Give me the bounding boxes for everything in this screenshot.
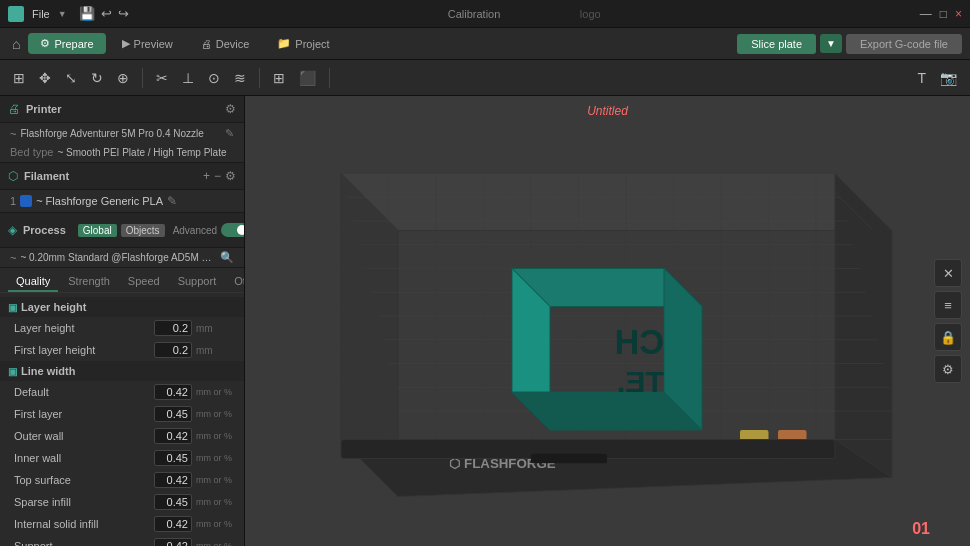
tab-support[interactable]: Support xyxy=(170,272,225,292)
setting-outer-wall-lw: Outer wall mm or % xyxy=(0,425,244,447)
group-line-width-icon: ▣ xyxy=(8,366,17,377)
text-tool[interactable]: T xyxy=(912,67,931,89)
svg-rect-56 xyxy=(531,454,607,464)
tab-prepare[interactable]: ⚙ Prepare xyxy=(28,33,105,54)
setting-first-layer-lw: First layer mm or % xyxy=(0,403,244,425)
scale-tool[interactable]: ⤡ xyxy=(60,67,82,89)
setting-internal-solid-lw: Internal solid infill mm or % xyxy=(0,513,244,535)
svg-text:CH: CH xyxy=(615,323,664,361)
objects-tag[interactable]: Objects xyxy=(121,224,165,237)
process-tag-controls: Global Objects Advanced ⊞ ≡ xyxy=(70,219,245,241)
filament-settings-icon[interactable]: ⚙ xyxy=(225,169,236,183)
nav-bar: ⌂ ⚙ Prepare ▶ Preview 🖨 Device 📁 Project… xyxy=(0,28,970,60)
place-tool[interactable]: ⊕ xyxy=(112,67,134,89)
menu-file[interactable]: File xyxy=(32,8,50,20)
minimize-btn[interactable]: — xyxy=(920,7,932,21)
tab-project[interactable]: 📁 Project xyxy=(265,33,341,54)
select-tool[interactable]: ⊞ xyxy=(8,67,30,89)
tab-device[interactable]: 🖨 Device xyxy=(189,34,262,54)
sparse-infill-lw-input[interactable] xyxy=(154,494,192,510)
support-tool[interactable]: ⊥ xyxy=(177,67,199,89)
group-layer-height: ▣ Layer height xyxy=(0,297,244,317)
rotate-tool[interactable]: ↻ xyxy=(86,67,108,89)
tab-quality[interactable]: Quality xyxy=(8,272,58,292)
filament-add-icon[interactable]: + xyxy=(203,169,210,183)
quality-tabs: Quality Strength Speed Support Others No… xyxy=(0,267,244,293)
maximize-btn[interactable]: □ xyxy=(940,7,947,21)
process-profile-row: ~ ~ 0.20mm Standard @Flashforge AD5M Pro… xyxy=(0,248,244,267)
camera-tool[interactable]: 📷 xyxy=(935,67,962,89)
filament-section: ⬡ Filament + − ⚙ 1 ~ Flashforge Generic … xyxy=(0,162,244,212)
filament-remove-icon[interactable]: − xyxy=(214,169,221,183)
left-panel: 🖨 Printer ⚙ ~ Flashforge Adventurer 5M P… xyxy=(0,96,245,546)
filament-edit-icon[interactable]: ✎ xyxy=(167,194,177,208)
redo-icon[interactable]: ↪ xyxy=(118,6,129,21)
filament-index: 1 xyxy=(10,195,16,207)
rt-settings-btn[interactable]: ⚙ xyxy=(934,355,962,383)
fill-tool[interactable]: ⬛ xyxy=(294,67,321,89)
svg-text:TE.: TE. xyxy=(617,364,664,398)
tab-strength[interactable]: Strength xyxy=(60,272,118,292)
filament-section-icon: ⬡ xyxy=(8,169,18,183)
tab-speed[interactable]: Speed xyxy=(120,272,168,292)
home-button[interactable]: ⌂ xyxy=(8,32,24,56)
close-btn[interactable]: × xyxy=(955,7,962,21)
device-icon: 🖨 xyxy=(201,38,212,50)
filament-section-actions: + − ⚙ xyxy=(203,169,236,183)
tab-preview[interactable]: ▶ Preview xyxy=(110,33,185,54)
viewport: Untitled xyxy=(245,96,970,546)
seam-tool[interactable]: ⊙ xyxy=(203,67,225,89)
printer-name-text: Flashforge Adventurer 5M Pro 0.4 Nozzle xyxy=(20,128,203,139)
filament-name-text: ~ Flashforge Generic PLA xyxy=(36,195,163,207)
layer-height-input[interactable] xyxy=(154,320,192,336)
bed-3d-view: CH TE. ⬡ FLASHFORGE ⚠ 🔥 xyxy=(265,116,930,516)
undo-icon[interactable]: ↩ xyxy=(101,6,112,21)
printer-name-dash: ~ xyxy=(10,128,16,140)
printer-section-actions: ⚙ xyxy=(225,102,236,116)
process-section: ◈ Process Global Objects Advanced ⊞ ≡ ~ … xyxy=(0,212,244,267)
printer-name-row: ~ Flashforge Adventurer 5M Pro 0.4 Nozzl… xyxy=(0,123,244,144)
cut-tool[interactable]: ✂ xyxy=(151,67,173,89)
rt-close-btn[interactable]: ✕ xyxy=(934,259,962,287)
printer-section: 🖨 Printer ⚙ ~ Flashforge Adventurer 5M P… xyxy=(0,96,244,162)
default-lw-input[interactable] xyxy=(154,384,192,400)
fuzz-tool[interactable]: ≋ xyxy=(229,67,251,89)
export-gcode-button[interactable]: Export G-code file xyxy=(846,34,962,54)
slice-dropdown-button[interactable]: ▼ xyxy=(820,34,842,53)
rt-list-btn[interactable]: ≡ xyxy=(934,291,962,319)
rt-lock-btn[interactable]: 🔒 xyxy=(934,323,962,351)
advanced-toggle[interactable] xyxy=(221,223,245,237)
top-surface-lw-input[interactable] xyxy=(154,472,192,488)
group-line-width: ▣ Line width xyxy=(0,361,244,381)
setting-top-surface-lw: Top surface mm or % xyxy=(0,469,244,491)
outer-wall-lw-input[interactable] xyxy=(154,428,192,444)
internal-solid-lw-input[interactable] xyxy=(154,516,192,532)
group-layer-height-icon: ▣ xyxy=(8,302,17,313)
tool-bar: ⊞ ✥ ⤡ ↻ ⊕ ✂ ⊥ ⊙ ≋ ⊞ ⬛ T 📷 xyxy=(0,60,970,96)
right-toolbar: ✕ ≡ 🔒 ⚙ xyxy=(934,259,962,383)
svg-marker-0 xyxy=(341,174,892,231)
menu-arrow[interactable]: ▼ xyxy=(58,9,67,19)
global-tag[interactable]: Global xyxy=(78,224,117,237)
first-layer-height-input[interactable] xyxy=(154,342,192,358)
process-section-icon: ◈ xyxy=(8,223,17,237)
filament-section-header: ⬡ Filament + − ⚙ xyxy=(0,163,244,190)
first-layer-lw-input[interactable] xyxy=(154,406,192,422)
svg-marker-2 xyxy=(835,174,892,478)
advanced-label: Advanced xyxy=(173,225,217,236)
app-icon xyxy=(8,6,24,22)
prepare-icon: ⚙ xyxy=(40,37,50,50)
filament-color-swatch[interactable] xyxy=(20,195,32,207)
support-lw-input[interactable] xyxy=(154,538,192,546)
process-search-icon[interactable]: 🔍 xyxy=(220,251,234,264)
inner-wall-lw-input[interactable] xyxy=(154,450,192,466)
save-icon[interactable]: 💾 xyxy=(79,6,95,21)
printer-edit-icon[interactable]: ✎ xyxy=(225,127,234,140)
slice-plate-button[interactable]: Slice plate xyxy=(737,34,816,54)
tab-others[interactable]: Others xyxy=(226,272,245,292)
arrange-tool[interactable]: ⊞ xyxy=(268,67,290,89)
printer-settings-icon[interactable]: ⚙ xyxy=(225,102,236,116)
move-tool[interactable]: ✥ xyxy=(34,67,56,89)
tool-divider-2 xyxy=(259,68,260,88)
filament-row: 1 ~ Flashforge Generic PLA ✎ xyxy=(0,190,244,212)
